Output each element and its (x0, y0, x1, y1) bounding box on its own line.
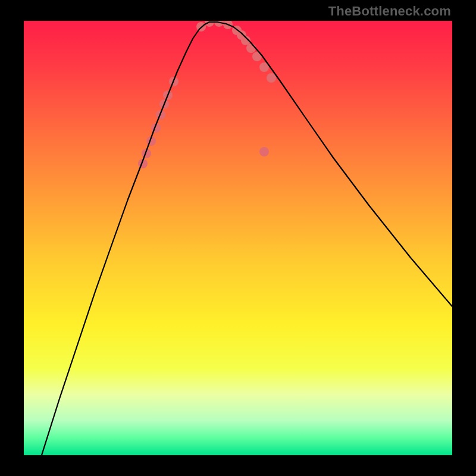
bottleneck-curve (42, 22, 452, 455)
plot-area (24, 21, 452, 455)
curve-layer (24, 21, 452, 455)
highlight-dot (259, 147, 269, 156)
highlight-dot (246, 43, 256, 53)
marker-group (138, 21, 276, 168)
highlight-dot (267, 73, 276, 83)
watermark-text: TheBottleneck.com (328, 4, 451, 19)
chart-frame: TheBottleneck.com (0, 0, 476, 476)
